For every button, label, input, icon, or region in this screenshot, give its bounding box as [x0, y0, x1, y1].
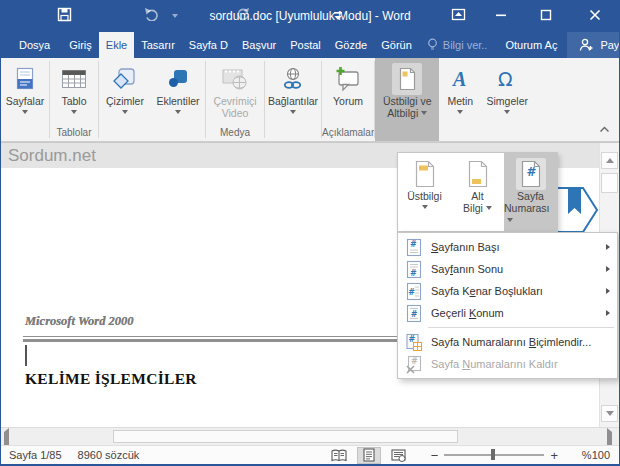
- window-title: sordum.doc [Uyumluluk Modu] - Word: [1, 0, 619, 32]
- sayfa-numarasi-flyout-button[interactable]: # Sayfa Numarası: [504, 153, 557, 231]
- comment-icon: [335, 63, 361, 95]
- save-button[interactable]: [51, 0, 77, 32]
- maximize-button[interactable]: [532, 0, 560, 32]
- read-mode-icon: [331, 449, 347, 462]
- minimize-icon: [495, 7, 507, 25]
- undo-button[interactable]: [139, 0, 165, 32]
- submenu-arrow-icon: [606, 266, 610, 272]
- format-page-numbers-icon: #: [404, 333, 424, 352]
- tab-postalar[interactable]: Postal: [283, 32, 328, 58]
- document-heading: KELİME İŞLEMCİLER: [25, 370, 197, 388]
- tab-tasarim[interactable]: Tasarır: [134, 32, 182, 58]
- word-window: sordum.doc [Uyumluluk Modu] - Word: [0, 0, 620, 466]
- ribbon-tab-row: Dosya Giriş Ekle Tasarır Sayfa D Başvur …: [1, 32, 619, 58]
- tab-dosya[interactable]: Dosya: [7, 32, 62, 58]
- share-person-icon: [579, 38, 594, 52]
- menu-item-sayfanin-sonu[interactable]: # Sayfanın Sonu: [398, 258, 617, 280]
- sayfalar-button[interactable]: Sayfalar: [1, 58, 49, 126]
- metin-button[interactable]: A Metin: [439, 58, 481, 126]
- menu-item-sayfanin-basi[interactable]: # Sayfanın Başı: [398, 236, 617, 258]
- shapes-icon: [113, 63, 137, 95]
- share-button[interactable]: Paylaş: [567, 32, 620, 58]
- zoom-in-button[interactable]: +: [544, 448, 564, 463]
- menu-item-sayfa-kenar-bosluklari[interactable]: # Sayfa Kenar Boşlukları: [398, 280, 617, 302]
- tell-me-box[interactable]: Bilgi ver..: [419, 32, 496, 58]
- omega-icon: Ω: [496, 63, 518, 95]
- zoom-out-button[interactable]: −: [425, 448, 445, 463]
- page-number-margin-icon: #: [404, 282, 424, 301]
- tab-giris[interactable]: Giriş: [62, 32, 99, 58]
- zoom-slider[interactable]: [444, 454, 544, 456]
- page-number-current-icon: #: [404, 304, 424, 323]
- title-bar: sordum.doc [Uyumluluk Modu] - Word: [1, 0, 619, 32]
- menu-item-sayfa-numaralarini-kaldir[interactable]: # Sayfa Numaralarını Kaldır: [398, 353, 617, 375]
- group-label-medya: Medya: [206, 126, 264, 141]
- ustbilgi-flyout-button[interactable]: Üstbilgi: [398, 153, 451, 231]
- lightbulb-icon: [427, 38, 438, 52]
- maximize-icon: [540, 7, 552, 25]
- page-number-menu: # Sayfanın Başı # Sayfanın Sonu # Sayfa …: [397, 232, 618, 379]
- simgeler-button[interactable]: Ω Simgeler: [481, 58, 533, 126]
- tab-gozden-gecir[interactable]: Gözde: [328, 32, 374, 58]
- yorum-button[interactable]: Yorum: [322, 58, 374, 126]
- sordum-watermark: Sordum.net: [8, 146, 96, 166]
- eklentiler-button[interactable]: Eklentiler: [151, 58, 205, 126]
- baglantilar-button[interactable]: Bağlantılar: [265, 58, 321, 126]
- tab-ekle[interactable]: Ekle: [99, 32, 134, 58]
- sign-in-button[interactable]: Oturum Aç: [495, 32, 567, 58]
- customize-quick-access-icon[interactable]: [329, 0, 347, 32]
- altbilgi-flyout-button[interactable]: Alt Bilgi: [451, 153, 504, 231]
- save-icon: [57, 7, 72, 26]
- ustbilgi-ve-altbilgi-button[interactable]: Üstbilgi ve Altbilgi: [375, 58, 439, 141]
- submenu-arrow-icon: [606, 310, 610, 316]
- svg-text:#: #: [411, 309, 418, 318]
- vertical-scroll-thumb[interactable]: [601, 173, 618, 193]
- menu-item-sayfa-numaralarini-bicimlendir[interactable]: # Sayfa Numaralarını Biçimlendir...: [398, 331, 617, 353]
- menu-item-gecerli-konum[interactable]: # Geçerli Konum: [398, 302, 617, 324]
- undo-dropdown-arrow-icon[interactable]: [169, 0, 181, 32]
- print-layout-icon: [363, 448, 375, 462]
- scroll-down-arrow[interactable]: [601, 405, 618, 422]
- scroll-up-arrow[interactable]: [601, 152, 618, 169]
- print-layout-button[interactable]: [357, 447, 381, 464]
- read-mode-button[interactable]: [327, 447, 351, 464]
- tablo-button[interactable]: Tablo: [50, 58, 98, 126]
- web-layout-button[interactable]: [387, 447, 411, 464]
- svg-text:#: #: [411, 357, 418, 366]
- header-footer-flyout: Üstbilgi Alt Bilgi # Sayfa Numarası: [397, 152, 558, 232]
- redo-icon: [235, 7, 250, 25]
- ribbon-display-options-icon[interactable]: [444, 0, 472, 32]
- redo-button[interactable]: [229, 0, 255, 32]
- zoom-level[interactable]: %100: [570, 449, 610, 461]
- cevrimici-video-button[interactable]: Çevrimiçi Video: [206, 58, 264, 126]
- horizontal-scroll-thumb[interactable]: [113, 430, 458, 443]
- tab-sayfa-duzeni[interactable]: Sayfa D: [182, 32, 235, 58]
- word-count[interactable]: 8960 sözcük: [78, 449, 140, 461]
- zoom-slider-thumb[interactable]: [491, 449, 495, 460]
- pages-icon: [14, 63, 36, 95]
- svg-text:A: A: [451, 68, 466, 90]
- svg-text:#: #: [410, 269, 417, 278]
- document-header-text: Microsoft Word 2000: [25, 314, 134, 329]
- cizimler-button[interactable]: Çizimler: [99, 58, 151, 126]
- page-number-bottom-icon: #: [404, 260, 424, 279]
- menu-separator: [428, 327, 614, 328]
- ribbon: Sayfalar Tablo Tablolar: [1, 58, 619, 142]
- remove-page-numbers-icon: #: [404, 355, 424, 374]
- close-button[interactable]: [579, 0, 611, 32]
- links-globe-icon: [282, 63, 304, 95]
- submenu-arrow-icon: [606, 244, 610, 250]
- close-icon: [589, 7, 601, 25]
- svg-text:Ω: Ω: [498, 68, 513, 90]
- horizontal-scrollbar[interactable]: [1, 427, 619, 445]
- status-bar: Sayfa 1/85 8960 sözcük − + %100: [1, 445, 619, 464]
- page-indicator[interactable]: Sayfa 1/85: [9, 449, 62, 461]
- footer-page-icon: [467, 158, 489, 190]
- tab-gorunum[interactable]: Görün: [374, 32, 419, 58]
- page-number-icon: #: [516, 158, 546, 190]
- collapse-ribbon-icon[interactable]: [599, 119, 610, 137]
- minimize-button[interactable]: [487, 0, 515, 32]
- svg-text:#: #: [408, 287, 415, 296]
- page-number-top-icon: #: [404, 238, 424, 257]
- tab-basvurular[interactable]: Başvur: [235, 32, 283, 58]
